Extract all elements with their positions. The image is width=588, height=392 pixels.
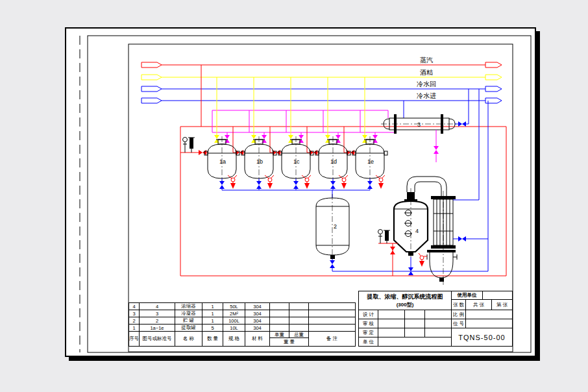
- drawing-sheet[interactable]: 蒸汽 酒精 冷水回 冷水进: [65, 27, 536, 357]
- drain-valve-icon: [228, 175, 237, 189]
- extraction-tank-1e: 1e: [352, 77, 387, 190]
- extraction-tank-1b: 1b: [241, 77, 276, 190]
- approve-label: 审 定: [359, 328, 378, 337]
- cell-total-weight: [289, 317, 309, 325]
- steam-trap-icon: [188, 138, 195, 153]
- parts-table: 4 4 浓缩器 1 50L 304 3 3 冷凝器 1 2M² 304 2 2 …: [129, 302, 356, 347]
- approve-sign-cell: [405, 328, 425, 337]
- alcohol-header-line: 酒精: [141, 69, 502, 80]
- cell-unit-weight: [270, 325, 289, 332]
- header-no: 序号: [129, 332, 140, 346]
- concentrator-label: 4: [415, 228, 419, 234]
- cell-name: 浓缩器: [175, 303, 202, 310]
- header-name: 名 称: [175, 332, 202, 346]
- receiver-flask: [419, 250, 457, 282]
- unit-label: 单 位: [359, 337, 378, 346]
- cell-remark: [309, 303, 355, 310]
- sheets-label: 张 数: [452, 300, 466, 310]
- header-weight-group: 单重 总重 重 量: [270, 332, 309, 346]
- condenser-3: 3: [381, 89, 469, 162]
- extraction-tank-1c: 1c: [278, 77, 313, 190]
- cell-no: 3: [129, 310, 140, 317]
- cell-spec: 10L: [223, 325, 245, 332]
- cell-spec: 50L: [223, 303, 245, 310]
- user-unit-label: 使用单位: [452, 291, 483, 300]
- cell-total-weight: [289, 303, 309, 310]
- check-sign-cell: [405, 319, 425, 328]
- tank-label: 1d: [330, 158, 337, 165]
- scale-label: 比 例: [452, 310, 466, 319]
- header-unit-weight: 单重: [270, 332, 289, 337]
- cell-ref: 3: [140, 310, 175, 317]
- design-sign-cell: [405, 310, 425, 319]
- cell-qty: 1: [202, 303, 223, 310]
- cell-qty: 5: [202, 325, 223, 332]
- steam-trap-icon: [384, 230, 390, 243]
- check-name-cell: [378, 319, 405, 328]
- cell-no: 2: [129, 317, 140, 325]
- table-header-row: 序号 图号或标准号 名 称 数 量 规 格 材 料 单重 总重 重 量 备 注: [129, 332, 355, 346]
- header-remark: 备 注: [309, 332, 355, 346]
- sheets-total: 共 张: [466, 300, 492, 310]
- table-row: 4 4 浓缩器 1 50L 304: [129, 303, 355, 310]
- tank-label: 1c: [293, 158, 300, 165]
- cell-material: 304: [245, 325, 270, 332]
- extraction-tank-1a: 1a: [204, 77, 239, 190]
- user-unit-value-cell: [483, 291, 512, 300]
- cell-ref: 4: [140, 303, 175, 310]
- drawing-number: TQNS-50-00: [452, 328, 512, 346]
- storage-tank-2: 2: [316, 194, 488, 271]
- cell-remark: [309, 310, 355, 317]
- concentrator-4: 4: [378, 177, 447, 276]
- cell-material: 304: [245, 303, 270, 310]
- extraction-tank-1d: 1d: [315, 77, 350, 190]
- tank-steam-inlet: [344, 127, 356, 155]
- cell-no: 1: [129, 325, 140, 332]
- cell-spec: 100L: [223, 317, 245, 325]
- vapor-piping: [212, 110, 396, 132]
- cell-remark: [309, 317, 355, 325]
- cell-name: 贮 罐: [175, 317, 202, 325]
- cell-ref: 2: [140, 317, 175, 325]
- header-total-weight: 总重: [289, 332, 308, 337]
- check-label: 审 核: [359, 319, 378, 328]
- condenser-label: 3: [417, 121, 421, 128]
- cell-name: 冷凝器: [175, 310, 202, 317]
- cell-name: 提取罐: [175, 325, 202, 332]
- steam-piping: [180, 65, 506, 276]
- table-row: 1 1a~1e 提取罐 5 10L 304: [129, 325, 355, 332]
- cell-remark: [309, 325, 355, 332]
- pressure-gauge-icon: [378, 230, 383, 244]
- drawing-subtitle: (300型): [397, 301, 414, 308]
- design-label: 设 计: [359, 310, 378, 319]
- cell-total-weight: [289, 325, 309, 332]
- unit-value-cell: [378, 337, 451, 346]
- scale-value-cell: [466, 310, 512, 319]
- drain-valve-icon: [302, 175, 311, 189]
- header-qty: 数 量: [202, 332, 223, 346]
- cell-ref: 1a~1e: [140, 325, 175, 332]
- cell-unit-weight: [270, 310, 289, 317]
- receiver-drain-valve-icon: [419, 253, 427, 267]
- cell-spec: 2M²: [223, 310, 245, 317]
- water-in-header-line: 冷水进: [141, 92, 502, 103]
- check-date-cell: [425, 319, 451, 328]
- steam-header-line: 蒸汽: [141, 56, 502, 67]
- tag-label: 位 号: [452, 319, 466, 328]
- cell-total-weight: [289, 310, 309, 317]
- title-block: 提取、浓缩、醇沉系统流程图 (300型) 设 计 审 核 审 定: [358, 291, 513, 347]
- tank-label: 1e: [367, 158, 374, 165]
- header-spec: 规 格: [223, 332, 245, 346]
- drain-valve-icon: [265, 175, 274, 189]
- water-in-label: 冷水进: [417, 92, 436, 99]
- sheets-no: 第 张: [492, 300, 512, 310]
- header-weight: 重 量: [270, 338, 308, 346]
- tank-label: 1b: [256, 158, 263, 165]
- design-date-cell: [425, 310, 451, 319]
- tank-steam-inlet: [270, 127, 282, 155]
- table-row: 2 2 贮 罐 1 100L 304: [129, 317, 355, 325]
- drawing-title: 提取、浓缩、醇沉系统流程图: [367, 293, 443, 301]
- tank-1a-steam-inlet: [180, 138, 208, 156]
- water-return-label: 冷水回: [417, 80, 436, 88]
- cell-qty: 1: [202, 310, 223, 317]
